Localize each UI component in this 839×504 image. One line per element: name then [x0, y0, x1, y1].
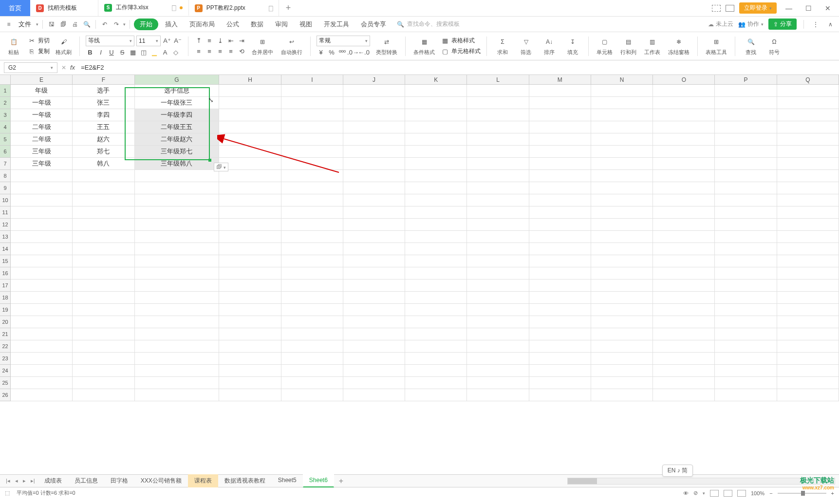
find-button[interactable]: 🔍查找	[741, 32, 761, 60]
cell[interactable]	[405, 146, 467, 158]
sheet-tab[interactable]: 成绩表	[38, 474, 68, 487]
cell[interactable]	[73, 304, 134, 316]
row-header[interactable]: 22	[0, 340, 11, 353]
cell[interactable]	[343, 206, 405, 219]
cell[interactable]	[135, 243, 220, 255]
type-convert-button[interactable]: ⇄类型转换	[374, 32, 399, 60]
indent-inc-icon[interactable]: ⇥	[237, 37, 246, 45]
formula-input[interactable]: =E2&F2	[79, 64, 835, 71]
cell[interactable]	[467, 243, 529, 255]
cell[interactable]	[281, 353, 343, 365]
cell[interactable]	[11, 219, 73, 231]
cell[interactable]	[219, 219, 281, 231]
table-style-icon[interactable]: ▦	[441, 37, 449, 45]
cell[interactable]	[73, 231, 134, 243]
cell[interactable]	[281, 97, 343, 109]
cell[interactable]	[219, 316, 281, 328]
freeze-button[interactable]: ❄冻结窗格	[666, 32, 691, 60]
cell-style-button[interactable]: 单元格样式	[451, 47, 481, 56]
cell[interactable]	[343, 158, 405, 170]
menu-start[interactable]: 开始	[134, 19, 158, 30]
share-button[interactable]: ⇪分享	[768, 19, 797, 30]
copy-button[interactable]: 复制	[38, 47, 50, 56]
cell[interactable]	[467, 121, 529, 133]
cell[interactable]	[405, 133, 467, 146]
doc-tab-workbook[interactable]: S 工作簿3.xlsx ⎕	[98, 0, 189, 16]
cell[interactable]	[135, 170, 220, 182]
percent-icon[interactable]: %	[327, 48, 336, 57]
col-header[interactable]: F	[73, 75, 134, 85]
orientation-icon[interactable]: ⟲	[237, 47, 246, 56]
cell[interactable]	[343, 353, 405, 365]
cell[interactable]	[219, 280, 281, 292]
cell[interactable]	[467, 219, 529, 231]
table-style-button[interactable]: 表格样式	[451, 37, 475, 45]
menu-devtools[interactable]: 开发工具	[319, 20, 354, 29]
sheet-nav-next-icon[interactable]: ▸	[21, 478, 28, 484]
cell[interactable]	[591, 365, 653, 377]
cell[interactable]	[11, 231, 73, 243]
strike-icon[interactable]: S	[118, 48, 127, 57]
cell[interactable]	[219, 121, 281, 133]
cell[interactable]	[405, 206, 467, 219]
cell[interactable]	[343, 133, 405, 146]
cell[interactable]	[405, 97, 467, 109]
cell[interactable]	[467, 304, 529, 316]
cell[interactable]	[11, 255, 73, 267]
cell[interactable]	[11, 365, 73, 377]
conditional-format-button[interactable]: ▦条件格式	[411, 32, 437, 60]
cell[interactable]	[715, 146, 777, 158]
menu-layout[interactable]: 页面布局	[185, 20, 220, 29]
cell[interactable]	[343, 109, 405, 121]
page-layout-view-icon[interactable]	[724, 490, 732, 497]
cell[interactable]	[281, 231, 343, 243]
cell[interactable]	[591, 219, 653, 231]
ime-badge[interactable]: EN ♪ 简	[662, 465, 693, 477]
cell[interactable]	[343, 170, 405, 182]
cell[interactable]	[529, 219, 591, 231]
cell[interactable]	[529, 389, 591, 401]
cell[interactable]	[777, 316, 839, 328]
cell[interactable]: 选手信息	[135, 85, 220, 97]
cell[interactable]	[467, 194, 529, 206]
cell[interactable]	[281, 85, 343, 97]
cell[interactable]	[135, 267, 220, 280]
login-button[interactable]: 立即登录▾	[739, 2, 777, 14]
cell[interactable]	[653, 231, 715, 243]
cell[interactable]	[11, 353, 73, 365]
cell[interactable]	[653, 206, 715, 219]
cell[interactable]	[529, 280, 591, 292]
cell[interactable]	[467, 255, 529, 267]
cell[interactable]	[591, 328, 653, 340]
cell[interactable]	[777, 292, 839, 304]
cell[interactable]	[135, 340, 220, 353]
cell[interactable]: 三年级	[11, 146, 73, 158]
cell[interactable]	[653, 243, 715, 255]
cell[interactable]	[715, 389, 777, 401]
col-header[interactable]: G	[135, 75, 220, 85]
cell[interactable]	[219, 231, 281, 243]
cell[interactable]	[73, 219, 134, 231]
font-shrink-icon[interactable]: A⁻	[173, 37, 182, 45]
cell[interactable]	[715, 121, 777, 133]
cell[interactable]	[529, 353, 591, 365]
cell[interactable]	[777, 353, 839, 365]
cell[interactable]	[529, 146, 591, 158]
cell[interactable]	[777, 267, 839, 280]
row-header[interactable]: 3	[0, 109, 11, 121]
cell[interactable]	[281, 121, 343, 133]
row-header[interactable]: 15	[0, 255, 11, 267]
menu-insert[interactable]: 插入	[160, 20, 183, 29]
row-header[interactable]: 26	[0, 389, 11, 401]
cell[interactable]	[715, 231, 777, 243]
cell[interactable]	[529, 292, 591, 304]
cell[interactable]	[777, 97, 839, 109]
doc-tab-ppt[interactable]: P PPT教程2.pptx ⎕	[189, 0, 279, 16]
cell[interactable]	[591, 121, 653, 133]
cell[interactable]	[405, 158, 467, 170]
cell[interactable]	[715, 97, 777, 109]
cell[interactable]	[777, 231, 839, 243]
col-header[interactable]: L	[467, 75, 529, 85]
cell[interactable]	[343, 243, 405, 255]
symbol-button[interactable]: Ω符号	[764, 32, 784, 60]
